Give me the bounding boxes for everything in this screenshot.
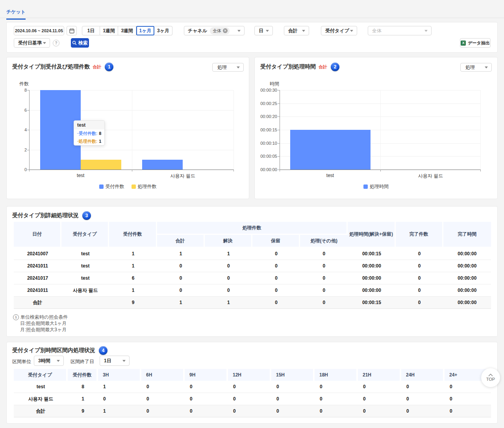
cell: 0 — [300, 284, 348, 297]
column-header: 受付件数 — [68, 369, 98, 381]
tooltip-value: 8 — [99, 131, 101, 136]
chart1-title: 受付タイプ別受付及び処理件数 — [12, 63, 90, 70]
tag-remove-icon[interactable]: ✕ — [223, 28, 228, 33]
chart-card-received: 受付タイプ別受付及び処理件数 合計 1 処理 件数 02468test사용자 필… — [6, 57, 249, 199]
basis-select[interactable]: 受付日基準 — [14, 38, 50, 48]
legend-swatch — [99, 184, 104, 189]
channel-select[interactable]: チャネル 全体✕ — [184, 26, 245, 35]
cell: 0 — [315, 381, 358, 393]
cell: 0 — [157, 260, 205, 272]
unit-select[interactable]: 日 — [254, 26, 273, 35]
column-header: 21H — [358, 369, 401, 381]
interval-end-select[interactable]: 1日 — [100, 356, 130, 366]
interval-unit-select[interactable]: 3時間 — [34, 356, 64, 366]
badge-3: 3 — [82, 211, 91, 220]
cell: 00:00:00 — [443, 260, 491, 272]
cell: 00:00:15 — [348, 297, 395, 309]
chart2-plot: 00:00:0000:00:0500:00:1000:00:1500:00:20… — [280, 90, 481, 170]
tooltip-value: 1 — [99, 139, 101, 144]
cell: 0 — [358, 393, 401, 405]
chevron-up-icon — [488, 374, 493, 376]
cell: 20241011 — [14, 260, 61, 272]
column-header: 処理時間(解決+保留) — [348, 222, 395, 248]
cell: test — [14, 381, 68, 393]
export-button[interactable]: X データ抽出 — [460, 38, 491, 48]
chevron-down-icon — [43, 42, 46, 44]
tab-ticket[interactable]: チケット — [6, 9, 26, 20]
y-tick — [278, 103, 280, 104]
cell: 0 — [401, 381, 445, 393]
interval-unit-value: 3時間 — [38, 358, 50, 364]
type-value: 受付タイプ — [325, 28, 349, 34]
cell: 00:00:00 — [443, 248, 491, 260]
cell: 0 — [157, 284, 205, 297]
cell: 0 — [205, 284, 252, 297]
y-tick-label: 8 — [18, 88, 27, 92]
x-tick — [132, 170, 132, 172]
x-tick — [480, 170, 481, 172]
period-button-3週間[interactable]: 3週間 — [118, 26, 136, 35]
chart1-mode-select[interactable]: 処理 — [212, 63, 244, 72]
y-tick — [27, 150, 29, 150]
search-button[interactable]: 検索 — [71, 38, 89, 48]
date-range-value: 2024.10.06 ~ 2024.11.05 — [15, 28, 63, 33]
y-tick-label: 6 — [18, 108, 27, 113]
cell: 0 — [300, 248, 348, 260]
cell: 6 — [109, 272, 157, 284]
badge-4: 4 — [99, 346, 107, 355]
table4-title: 受付タイプ別時間区間内処理状況 — [12, 347, 95, 354]
chevron-down-icon — [237, 66, 240, 68]
channel-tag: 全体✕ — [210, 27, 230, 35]
cell: 0 — [358, 405, 401, 417]
cell — [61, 297, 109, 309]
x-tick — [233, 170, 234, 172]
detail-table: 日付受付タイプ受付件数処理件数処理時間(解決+保留)完了件数完了時間合計解決保留… — [14, 222, 491, 309]
aggregate-select[interactable]: 合計 — [284, 26, 309, 35]
legend-item-処理時間[interactable]: 処理時間 — [363, 183, 389, 190]
type-select[interactable]: 受付タイプ — [321, 26, 357, 35]
badge-2: 2 — [331, 63, 339, 71]
chart2-mode-select[interactable]: 処理 — [460, 63, 492, 72]
cell: 사용자 필드 — [61, 284, 109, 297]
scroll-top-button[interactable]: TOP — [481, 368, 500, 387]
cell: 00:00:15 — [348, 248, 395, 260]
cell: 00:00:00 — [348, 284, 395, 297]
table-row: 20241007test1110000:00:15000:00:00 — [14, 248, 491, 260]
page: チケット 2024.10.06 ~ 2024.11.05 1日1週間3週間1ヶ月… — [0, 0, 504, 428]
column-header: 処理件数 — [157, 222, 348, 235]
cell: 0 — [396, 284, 443, 297]
cell: 0 — [252, 260, 300, 272]
period-button-1週間[interactable]: 1週間 — [100, 26, 118, 35]
cell: 合計 — [14, 405, 68, 417]
cell: 20241011 — [14, 284, 61, 297]
tab-divider — [0, 18, 504, 18]
calendar-button[interactable] — [67, 26, 77, 35]
cell: 0 — [228, 381, 271, 393]
chart1-axis-name: 件数 — [17, 81, 29, 87]
category-separator — [132, 90, 132, 170]
badge-1: 1 — [105, 63, 113, 71]
cell: 0 — [315, 405, 358, 417]
tooltip-row: ·受付件数:8 — [74, 129, 104, 137]
period-button-3ヶ月[interactable]: 3ヶ月 — [154, 26, 172, 35]
cell: 0 — [185, 381, 228, 393]
cell: 0 — [396, 272, 443, 284]
period-button-1日[interactable]: 1日 — [82, 26, 100, 35]
cell: 0 — [141, 405, 185, 417]
y-tick — [27, 110, 29, 111]
chevron-down-icon — [424, 30, 428, 32]
period-button-1ヶ月[interactable]: 1ヶ月 — [136, 26, 154, 35]
cell: 0 — [141, 393, 185, 405]
legend-item-受付件数[interactable]: 受付件数 — [99, 183, 124, 190]
y-tick — [278, 130, 280, 130]
scope-select[interactable]: 全体 — [368, 26, 432, 35]
chart1-plot: 02468test사용자 필드 — [29, 90, 234, 170]
date-range-input[interactable]: 2024.10.06 ~ 2024.11.05 — [14, 26, 64, 35]
y-tick-label: 00:00:05 — [258, 154, 277, 159]
y-tick — [278, 156, 280, 157]
help-icon[interactable]: ? — [53, 40, 59, 46]
legend-item-処理件数[interactable]: 処理件数 — [132, 183, 157, 190]
legend-label: 処理件数 — [138, 183, 157, 190]
y-tick — [27, 90, 29, 90]
y-tick-label: 00:00:20 — [258, 114, 277, 119]
